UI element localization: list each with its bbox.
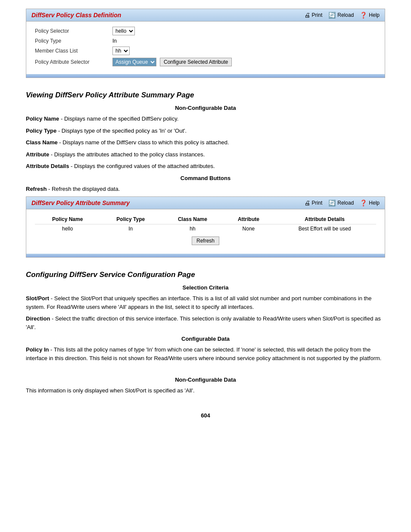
member-class-list-select[interactable]: hh [112,47,130,55]
panel2-print-label: Print [312,200,323,206]
text-attribute-details: - Displays the configured values of the … [69,163,215,169]
desc-policy-type: Policy Type - Displays type of the speci… [26,127,385,135]
cell-attribute-details: Best Effort will be used [273,224,376,233]
panel2-help-icon [360,199,367,206]
cell-class-name: hh [161,224,224,233]
print-icon [304,12,310,19]
help-label: Help [369,12,380,18]
member-class-list-label: Member Class List [35,48,112,54]
col-attribute: Attribute [224,215,273,224]
bold-attribute-details: Attribute Details [26,163,69,169]
desc-class-name: Class Name - Displays name of the DiffSe… [26,138,385,147]
section1-heading: Viewing DiffServ Policy Attribute Summar… [26,91,385,100]
policy-type-label: Policy Type [35,38,112,44]
desc-direction: Direction - Select the traffic direction… [26,314,385,331]
section1-container: Viewing DiffServ Policy Attribute Summar… [26,91,385,193]
desc-attribute: Attribute - Displays the attributes atta… [26,150,385,159]
panel1-body: Policy Selector hello Policy Type In Mem… [26,22,385,74]
help-action[interactable]: Help [360,12,380,19]
policy-type-row: Policy Type In [35,38,376,44]
section2-heading: Configuring DiffServ Service Configurati… [26,271,385,279]
cell-attribute: None [224,224,273,233]
policy-attribute-label: Policy Attribute Selector [35,59,112,65]
panel2-reload-label: Reload [337,200,354,206]
cell-policy-name: hello [35,224,100,233]
non-config-heading-1: Non-Configurable Data [26,105,385,111]
bold-slot-port: Slot/Port [26,295,49,302]
text-direction: - Select the traffic direction of this s… [26,315,381,330]
desc-non-config: This information is only displayed when … [26,386,385,395]
text-slot-port: - Select the Slot/Port that uniquely spe… [26,295,372,310]
bold-direction: Direction [26,315,50,322]
desc-policy-name: Policy Name - Displays name of the speci… [26,115,385,123]
table-header-row: Policy Name Policy Type Class Name Attri… [35,215,376,224]
text-policy-type: - Displays type of the specified policy … [56,128,187,134]
table-row: hello In hh None Best Effort will be use… [35,224,376,233]
member-class-list-row: Member Class List hh [35,47,376,55]
panel2-help-action[interactable]: Help [360,199,380,206]
panel2-print-icon [304,199,310,206]
selection-criteria-heading: Selection Criteria [26,284,385,291]
panel2-body: Policy Name Policy Type Class Name Attri… [26,209,385,254]
text-policy-in: - This lists all the policy names of typ… [26,346,381,361]
help-icon [360,12,367,19]
bold-attribute: Attribute [26,151,49,158]
text-class-name: - Displays name of the DiffServ class to… [58,139,229,146]
policy-attribute-summary-panel: DiffServ Policy Attribute Summary Print … [26,196,385,258]
text-non-config: This information is only displayed when … [26,387,195,394]
section2-container: Configuring DiffServ Service Configurati… [26,271,385,395]
panel2-title: DiffServ Policy Attribute Summary [31,199,130,206]
page-number: 604 [26,412,385,419]
summary-table: Policy Name Policy Type Class Name Attri… [35,215,376,233]
configurable-data-heading: Configurable Data [26,336,385,342]
panel1-title: DiffServ Policy Class Definition [31,12,121,19]
desc-slot-port: Slot/Port - Select the Slot/Port that un… [26,294,385,311]
policy-selector-select[interactable]: hello [112,27,135,35]
reload-label: Reload [337,12,354,18]
bold-refresh: Refresh [26,186,47,192]
panel2-reload-action[interactable]: Reload [328,199,354,206]
bold-policy-type: Policy Type [26,128,56,134]
command-buttons-heading: Command Buttons [26,175,385,181]
policy-attribute-select[interactable]: Assign Queue [112,58,156,66]
cell-policy-type: In [100,224,161,233]
text-policy-name: - Displays name of the specified DiffSer… [59,115,178,122]
panel2-footer [26,254,385,257]
configure-selected-button[interactable]: Configure Selected Attribute [160,58,232,66]
panel2-reload-icon [328,199,336,206]
col-policy-type: Policy Type [100,215,161,224]
panel2-header: DiffServ Policy Attribute Summary Print … [26,197,385,209]
desc-refresh: Refresh - Refresh the displayed data. [26,185,385,193]
desc-attribute-details: Attribute Details - Displays the configu… [26,162,385,171]
policy-class-definition-panel: DiffServ Policy Class Definition Print R… [26,9,385,78]
col-attribute-details: Attribute Details [273,215,376,224]
text-attribute: - Displays the attributes attached to th… [49,151,205,158]
bold-policy-name: Policy Name [26,115,59,122]
bold-policy-in: Policy In [26,346,49,353]
policy-type-value: In [112,38,117,44]
policy-attribute-row: Policy Attribute Selector Assign Queue C… [35,58,376,66]
panel2-actions: Print Reload Help [304,199,380,206]
reload-icon [328,12,336,19]
col-class-name: Class Name [161,215,224,224]
print-action[interactable]: Print [304,12,323,19]
desc-policy-in: Policy In - This lists all the policy na… [26,345,385,362]
panel1-footer [26,74,385,78]
policy-selector-row: Policy Selector hello [35,27,376,35]
text-refresh: - Refresh the displayed data. [47,186,120,192]
refresh-button[interactable]: Refresh [192,236,219,245]
panel2-help-label: Help [369,200,380,206]
non-config-heading-2: Non-Configurable Data [26,376,385,383]
panel1-actions: Print Reload Help [304,12,380,19]
panel1-header: DiffServ Policy Class Definition Print R… [26,9,385,22]
panel2-print-action[interactable]: Print [304,199,323,206]
policy-selector-label: Policy Selector [35,28,112,34]
bold-class-name: Class Name [26,139,58,146]
refresh-row: Refresh [35,233,376,249]
print-label: Print [312,12,323,18]
col-policy-name: Policy Name [35,215,100,224]
reload-action[interactable]: Reload [328,12,354,19]
